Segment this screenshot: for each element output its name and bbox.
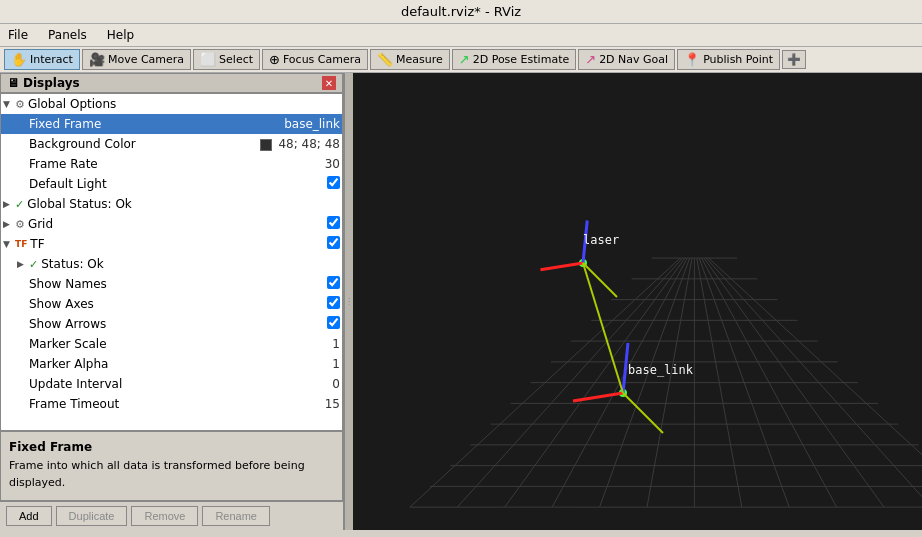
displays-close-button[interactable]: ✕ bbox=[322, 76, 336, 90]
checkbox-tf bbox=[327, 236, 340, 252]
description-title: Fixed Frame bbox=[9, 438, 334, 456]
displays-icon: 🖥 bbox=[7, 76, 19, 90]
title-bar: default.rviz* - RViz bbox=[0, 0, 922, 24]
tool-interact-label: Interact bbox=[30, 53, 73, 66]
tree-frame-timeout[interactable]: Frame Timeout 15 bbox=[1, 394, 342, 414]
arrow-global-options: ▼ bbox=[3, 99, 13, 109]
tool-measure-label: Measure bbox=[396, 53, 443, 66]
base-link-label: base_link bbox=[628, 363, 693, 377]
checkmark-global-status: ✓ bbox=[15, 198, 24, 211]
value-default-light bbox=[327, 176, 340, 192]
label-show-axes: Show Axes bbox=[29, 297, 323, 311]
tree-show-names[interactable]: Show Names bbox=[1, 274, 342, 294]
tool-move-camera[interactable]: 🎥 Move Camera bbox=[82, 49, 191, 70]
tool-select[interactable]: ⬜ Select bbox=[193, 49, 260, 70]
tree-grid[interactable]: ▶ ⚙ Grid bbox=[1, 214, 342, 234]
toolbar: ✋ Interact 🎥 Move Camera ⬜ Select ⊕ Focu… bbox=[0, 47, 922, 73]
label-bg-color: Background Color bbox=[29, 137, 256, 151]
description-text: Frame into which all data is transformed… bbox=[9, 458, 334, 491]
plus-icon: ➕ bbox=[787, 53, 801, 66]
tree-global-status[interactable]: ▶ ✓ Global Status: Ok bbox=[1, 194, 342, 214]
tool-interact[interactable]: ✋ Interact bbox=[4, 49, 80, 70]
check-show-names[interactable] bbox=[327, 276, 340, 289]
bg-color-text: 48; 48; 48 bbox=[278, 137, 340, 151]
tool-focus-camera-label: Focus Camera bbox=[283, 53, 361, 66]
tree-background-color[interactable]: Background Color 48; 48; 48 bbox=[1, 134, 342, 154]
tool-publish-point-label: Publish Point bbox=[703, 53, 773, 66]
tool-2d-nav-label: 2D Nav Goal bbox=[599, 53, 668, 66]
add-button[interactable]: Add bbox=[6, 506, 52, 526]
displays-header: 🖥 Displays ✕ bbox=[0, 73, 343, 93]
tf-icon: TF bbox=[15, 239, 27, 249]
label-global-status: Global Status: Ok bbox=[27, 197, 340, 211]
tree-tf-status[interactable]: ▶ ✓ Status: Ok bbox=[1, 254, 342, 274]
value-frame-rate: 30 bbox=[325, 157, 340, 171]
tree-update-interval[interactable]: Update Interval 0 bbox=[1, 374, 342, 394]
move-camera-icon: 🎥 bbox=[89, 52, 105, 67]
tool-extra[interactable]: ➕ bbox=[782, 50, 806, 69]
label-marker-alpha: Marker Alpha bbox=[29, 357, 328, 371]
tree-marker-alpha[interactable]: Marker Alpha 1 bbox=[1, 354, 342, 374]
tool-measure[interactable]: 📏 Measure bbox=[370, 49, 450, 70]
main-layout: 🖥 Displays ✕ ▼ ⚙ Global Options Fixed Fr… bbox=[0, 73, 922, 530]
value-frame-timeout: 15 bbox=[325, 397, 340, 411]
tool-focus-camera[interactable]: ⊕ Focus Camera bbox=[262, 49, 368, 70]
measure-icon: 📏 bbox=[377, 52, 393, 67]
select-icon: ⬜ bbox=[200, 52, 216, 67]
displays-tree[interactable]: ▼ ⚙ Global Options Fixed Frame base_link… bbox=[0, 93, 343, 431]
rename-button[interactable]: Rename bbox=[202, 506, 270, 526]
laser-label: laser bbox=[583, 233, 619, 247]
bottom-buttons: Add Duplicate Remove Rename bbox=[0, 501, 343, 530]
displays-title-label: Displays bbox=[23, 76, 80, 90]
arrow-grid: ▶ bbox=[3, 219, 13, 229]
tree-fixed-frame[interactable]: Fixed Frame base_link bbox=[1, 114, 342, 134]
check-grid[interactable] bbox=[327, 216, 340, 229]
check-show-axes[interactable] bbox=[327, 296, 340, 309]
check-show-arrows[interactable] bbox=[327, 316, 340, 329]
tree-show-axes[interactable]: Show Axes bbox=[1, 294, 342, 314]
description-panel: Fixed Frame Frame into which all data is… bbox=[0, 431, 343, 501]
duplicate-button[interactable]: Duplicate bbox=[56, 506, 128, 526]
value-update-interval: 0 bbox=[332, 377, 340, 391]
focus-camera-icon: ⊕ bbox=[269, 52, 280, 67]
tool-2d-nav[interactable]: ↗ 2D Nav Goal bbox=[578, 49, 675, 70]
tool-select-label: Select bbox=[219, 53, 253, 66]
tool-publish-point[interactable]: 📍 Publish Point bbox=[677, 49, 780, 70]
arrow-tf-status: ▶ bbox=[17, 259, 27, 269]
tree-global-options[interactable]: ▼ ⚙ Global Options bbox=[1, 94, 342, 114]
value-bg-color: 48; 48; 48 bbox=[260, 137, 340, 151]
label-tf: TF bbox=[30, 237, 323, 251]
color-swatch-bg bbox=[260, 139, 272, 151]
arrow-tf: ▼ bbox=[3, 239, 13, 249]
tree-frame-rate[interactable]: Frame Rate 30 bbox=[1, 154, 342, 174]
tree-show-arrows[interactable]: Show Arrows bbox=[1, 314, 342, 334]
menu-help[interactable]: Help bbox=[103, 26, 138, 44]
publish-point-icon: 📍 bbox=[684, 52, 700, 67]
checkbox-default-light[interactable] bbox=[327, 176, 340, 189]
check-tf[interactable] bbox=[327, 236, 340, 249]
tree-default-light[interactable]: Default Light bbox=[1, 174, 342, 194]
resize-handle[interactable]: ⋮ bbox=[345, 73, 353, 530]
label-global-options: Global Options bbox=[28, 97, 340, 111]
3d-viewport[interactable]: laser base_link bbox=[353, 73, 922, 530]
tool-2d-pose-label: 2D Pose Estimate bbox=[473, 53, 570, 66]
arrow-global-status: ▶ bbox=[3, 199, 13, 209]
label-frame-timeout: Frame Timeout bbox=[29, 397, 321, 411]
tool-move-camera-label: Move Camera bbox=[108, 53, 184, 66]
gear-icon-grid: ⚙ bbox=[15, 218, 25, 231]
window-title: default.rviz* - RViz bbox=[401, 4, 521, 19]
tree-tf[interactable]: ▼ TF TF bbox=[1, 234, 342, 254]
checkmark-tf-status: ✓ bbox=[29, 258, 38, 271]
remove-button[interactable]: Remove bbox=[131, 506, 198, 526]
value-fixed-frame: base_link bbox=[284, 117, 340, 131]
resize-icon: ⋮ bbox=[345, 297, 353, 306]
menu-panels[interactable]: Panels bbox=[44, 26, 91, 44]
tree-marker-scale[interactable]: Marker Scale 1 bbox=[1, 334, 342, 354]
label-grid: Grid bbox=[28, 217, 323, 231]
menu-file[interactable]: File bbox=[4, 26, 32, 44]
2d-pose-icon: ↗ bbox=[459, 52, 470, 67]
label-marker-scale: Marker Scale bbox=[29, 337, 328, 351]
label-frame-rate: Frame Rate bbox=[29, 157, 321, 171]
tool-2d-pose[interactable]: ↗ 2D Pose Estimate bbox=[452, 49, 576, 70]
gear-icon-global: ⚙ bbox=[15, 98, 25, 111]
